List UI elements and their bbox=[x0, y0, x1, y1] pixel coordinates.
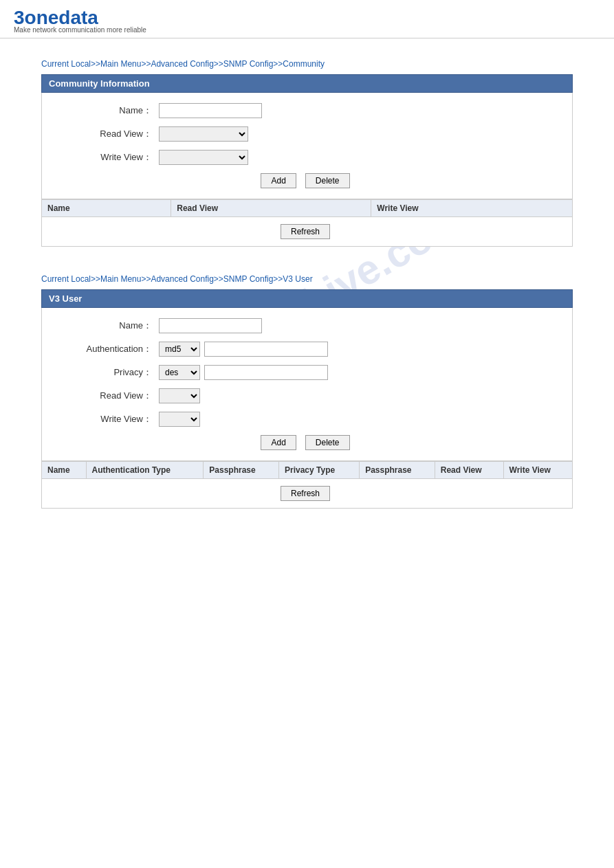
community-col-readview: Read View bbox=[171, 200, 371, 217]
v3user-col-name: Name bbox=[42, 462, 87, 479]
community-col-name: Name bbox=[42, 200, 171, 217]
v3user-writeview-select[interactable] bbox=[159, 412, 200, 427]
v3user-readview-select[interactable] bbox=[159, 388, 200, 403]
v3user-writeview-row: Write View： bbox=[56, 412, 558, 427]
v3user-privacy-select[interactable]: des aes bbox=[159, 365, 200, 380]
v3user-breadcrumb: Current Local>>Main Menu>>Advanced Confi… bbox=[41, 274, 573, 284]
community-table-header-row: Name Read View Write View bbox=[42, 200, 573, 217]
v3user-name-label: Name： bbox=[56, 320, 152, 332]
v3user-col-privacytype: Privacy Type bbox=[278, 462, 359, 479]
community-section: Current Local>>Main Menu>>Advanced Confi… bbox=[41, 59, 573, 247]
main-content: manualshive.com Current Local>>Main Menu… bbox=[0, 38, 614, 557]
v3user-col-passphrase1: Passphrase bbox=[204, 462, 279, 479]
v3user-form: Name： Authentication： md5 sha Privacy： d… bbox=[41, 308, 573, 461]
community-refresh-row: Refresh bbox=[41, 217, 573, 247]
community-delete-button[interactable]: Delete bbox=[305, 173, 350, 188]
community-writeview-label: Write View： bbox=[56, 151, 152, 164]
community-readview-label: Read View： bbox=[56, 128, 152, 140]
v3user-refresh-button[interactable]: Refresh bbox=[281, 486, 330, 501]
page-header: 3onedata Make network communication more… bbox=[0, 0, 614, 38]
community-col-writeview: Write View bbox=[371, 200, 573, 217]
v3user-add-button[interactable]: Add bbox=[261, 435, 296, 450]
v3user-delete-button[interactable]: Delete bbox=[305, 435, 350, 450]
v3user-readview-row: Read View： bbox=[56, 388, 558, 403]
v3user-refresh-row: Refresh bbox=[41, 479, 573, 509]
v3user-auth-row: Authentication： md5 sha bbox=[56, 342, 558, 357]
logo: 3onedata Make network communication more… bbox=[14, 7, 600, 34]
community-table: Name Read View Write View bbox=[41, 199, 573, 217]
v3user-auth-select[interactable]: md5 sha bbox=[159, 342, 200, 357]
v3user-auth-label: Authentication： bbox=[56, 343, 152, 355]
v3user-privacy-passphrase-input[interactable] bbox=[204, 365, 328, 380]
v3user-col-writeview: Write View bbox=[503, 462, 572, 479]
logo-brand: 3onedata bbox=[14, 7, 98, 28]
community-section-header: Community Information bbox=[41, 74, 573, 93]
community-name-row: Name： bbox=[56, 103, 558, 118]
community-name-input[interactable] bbox=[159, 103, 262, 118]
v3user-table-header-row: Name Authentication Type Passphrase Priv… bbox=[42, 462, 573, 479]
community-button-row: Add Delete bbox=[56, 173, 558, 188]
v3user-privacy-row: Privacy： des aes bbox=[56, 365, 558, 380]
v3user-writeview-label: Write View： bbox=[56, 413, 152, 425]
v3user-col-passphrase2: Passphrase bbox=[360, 462, 435, 479]
community-readview-select[interactable] bbox=[159, 126, 248, 142]
v3user-col-authtype: Authentication Type bbox=[86, 462, 204, 479]
community-name-label: Name： bbox=[56, 104, 152, 117]
v3user-button-row: Add Delete bbox=[56, 435, 558, 450]
v3user-readview-label: Read View： bbox=[56, 390, 152, 402]
v3user-col-readview: Read View bbox=[435, 462, 503, 479]
community-table-container: Name Read View Write View Refresh bbox=[41, 199, 573, 247]
v3user-section: Current Local>>Main Menu>>Advanced Confi… bbox=[41, 274, 573, 509]
v3user-name-input[interactable] bbox=[159, 318, 262, 333]
community-refresh-button[interactable]: Refresh bbox=[281, 224, 330, 239]
v3user-name-row: Name： bbox=[56, 318, 558, 333]
community-form: Name： Read View： Write View： Add Delete bbox=[41, 93, 573, 199]
v3user-privacy-label: Privacy： bbox=[56, 366, 152, 379]
community-add-button[interactable]: Add bbox=[261, 173, 296, 188]
community-readview-row: Read View： bbox=[56, 126, 558, 142]
v3user-table-container: Name Authentication Type Passphrase Priv… bbox=[41, 461, 573, 509]
v3user-auth-passphrase-input[interactable] bbox=[204, 342, 328, 357]
v3user-table: Name Authentication Type Passphrase Priv… bbox=[41, 461, 573, 479]
community-writeview-row: Write View： bbox=[56, 150, 558, 165]
logo-tagline: Make network communication more reliable bbox=[14, 26, 600, 34]
community-breadcrumb: Current Local>>Main Menu>>Advanced Confi… bbox=[41, 59, 573, 69]
community-writeview-select[interactable] bbox=[159, 150, 248, 165]
v3user-section-header: V3 User bbox=[41, 289, 573, 308]
